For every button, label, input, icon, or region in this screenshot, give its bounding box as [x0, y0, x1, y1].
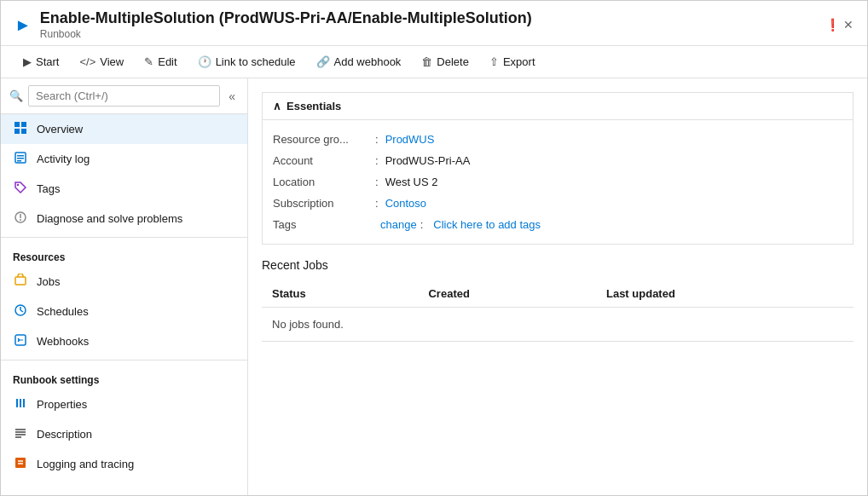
azure-icon: ►	[14, 15, 32, 35]
essentials-label-tags: Tags	[273, 218, 375, 231]
sidebar-item-logging-tracing[interactable]: Logging and tracing	[1, 449, 247, 479]
essentials-value-account: ProdWUS-Pri-AA	[385, 154, 471, 167]
svg-rect-12	[15, 277, 26, 285]
start-icon: ▶	[23, 55, 32, 68]
sidebar-item-jobs[interactable]: Jobs	[1, 267, 247, 297]
page-title: Enable-MultipleSolution (ProdWUS-Pri-AA/…	[40, 9, 532, 27]
view-icon: </>	[79, 55, 95, 68]
sidebar-item-tags[interactable]: Tags	[1, 174, 247, 204]
search-icon: 🔍	[9, 89, 23, 102]
svg-rect-2	[14, 129, 20, 134]
svg-rect-7	[17, 160, 21, 162]
app-container: ► Enable-MultipleSolution (ProdWUS-Pri-A…	[0, 0, 868, 496]
essentials-row-resource-group: Resource gro... : ProdWUS	[273, 129, 842, 150]
webhooks-icon	[13, 333, 28, 349]
sidebar-item-description[interactable]: Description	[1, 419, 247, 449]
sidebar-item-label-logging-tracing: Logging and tracing	[37, 458, 134, 470]
content-area: ∧ Essentials Resource gro... : ProdWUS A…	[248, 78, 867, 495]
sidebar: 🔍 « Overview Activity log	[1, 78, 248, 495]
essentials-row-subscription: Subscription : Contoso	[273, 193, 842, 214]
essentials-row-location: Location : West US 2	[273, 171, 842, 193]
essentials-chevron-icon: ∧	[273, 100, 281, 112]
schedules-icon	[13, 303, 28, 320]
svg-point-8	[17, 184, 19, 186]
svg-rect-19	[23, 399, 25, 407]
essentials-label-resource-group: Resource gro...	[273, 133, 375, 146]
essentials-label-subscription: Subscription	[273, 197, 375, 210]
essentials-tags-change-link[interactable]: change	[380, 218, 417, 231]
header-text: Enable-MultipleSolution (ProdWUS-Pri-AA/…	[40, 9, 532, 40]
view-button[interactable]: </> View	[71, 51, 132, 72]
no-data-message: No jobs found.	[262, 308, 854, 342]
start-button[interactable]: ▶ Start	[14, 51, 67, 72]
sidebar-item-diagnose[interactable]: Diagnose and solve problems	[1, 204, 247, 234]
properties-icon	[13, 396, 28, 412]
table-row-no-data: No jobs found.	[262, 308, 854, 342]
delete-button[interactable]: 🗑 Delete	[413, 51, 477, 72]
pin-icon[interactable]: ❗️ ✕	[825, 18, 854, 32]
essentials-row-tags: Tags change : Click here to add tags	[273, 214, 842, 235]
export-icon: ⇧	[489, 55, 499, 68]
sidebar-item-schedules[interactable]: Schedules	[1, 297, 247, 326]
sidebar-item-label-tags: Tags	[37, 182, 60, 195]
sidebar-item-label-webhooks: Webhooks	[37, 335, 89, 348]
svg-rect-24	[15, 458, 26, 468]
essentials-row-account: Account : ProdWUS-Pri-AA	[273, 150, 842, 171]
svg-rect-18	[20, 399, 21, 407]
sidebar-item-properties[interactable]: Properties	[1, 389, 247, 419]
page-subtitle: Runbook	[40, 28, 532, 40]
header: ► Enable-MultipleSolution (ProdWUS-Pri-A…	[1, 1, 867, 46]
svg-line-15	[20, 310, 23, 312]
essentials-label-location: Location	[273, 176, 375, 188]
sidebar-item-label-jobs: Jobs	[37, 275, 60, 288]
link-to-schedule-button[interactable]: 🕐 Link to schedule	[189, 51, 304, 72]
sidebar-item-label-overview: Overview	[37, 123, 83, 136]
description-icon	[13, 426, 28, 442]
sidebar-item-overview[interactable]: Overview	[1, 114, 247, 144]
divider-1	[1, 237, 247, 238]
add-webhook-button[interactable]: 🔗 Add webhook	[308, 51, 410, 72]
webhook-icon: 🔗	[316, 55, 330, 68]
essentials-add-tags-link[interactable]: Click here to add tags	[433, 218, 541, 231]
essentials-value-subscription[interactable]: Contoso	[385, 197, 426, 210]
svg-rect-1	[21, 122, 26, 127]
activity-log-icon	[13, 151, 28, 167]
toolbar: ▶ Start </> View ✎ Edit 🕐 Link to schedu…	[1, 46, 867, 78]
jobs-table: Status Created Last updated No jobs foun…	[262, 280, 854, 342]
svg-rect-0	[14, 122, 20, 127]
schedule-icon: 🕐	[198, 55, 211, 68]
sidebar-item-label-activity-log: Activity log	[37, 153, 90, 165]
col-last-updated: Last updated	[596, 280, 854, 308]
jobs-icon	[13, 274, 28, 290]
search-bar: 🔍 «	[1, 78, 247, 114]
sidebar-item-webhooks[interactable]: Webhooks	[1, 326, 247, 356]
recent-jobs-title: Recent Jobs	[262, 258, 854, 272]
sidebar-item-label-description: Description	[37, 428, 92, 441]
essentials-title: Essentials	[286, 100, 341, 112]
section-runbook-settings: Runbook settings	[1, 364, 247, 389]
main-layout: 🔍 « Overview Activity log	[1, 78, 867, 495]
svg-point-11	[20, 219, 21, 221]
svg-rect-6	[17, 158, 24, 159]
essentials-value-location: West US 2	[385, 176, 438, 188]
export-button[interactable]: ⇧ Export	[481, 51, 544, 72]
divider-2	[1, 360, 247, 360]
essentials-grid: Resource gro... : ProdWUS Account : Prod…	[263, 120, 853, 244]
svg-rect-5	[17, 155, 24, 157]
sidebar-item-label-properties: Properties	[37, 398, 87, 411]
essentials-section: ∧ Essentials Resource gro... : ProdWUS A…	[262, 92, 854, 245]
essentials-value-resource-group[interactable]: ProdWUS	[385, 133, 435, 146]
search-input[interactable]	[28, 85, 220, 107]
section-resources: Resources	[1, 241, 247, 267]
essentials-header[interactable]: ∧ Essentials	[263, 93, 853, 120]
sidebar-item-activity-log[interactable]: Activity log	[1, 144, 247, 174]
sidebar-nav: Overview Activity log Tags	[1, 114, 247, 495]
collapse-sidebar-button[interactable]: «	[225, 88, 239, 105]
sidebar-item-label-schedules: Schedules	[37, 305, 89, 318]
essentials-label-account: Account	[273, 154, 375, 167]
recent-jobs-section: Recent Jobs Status Created Last updated …	[262, 258, 854, 342]
sidebar-item-label-diagnose: Diagnose and solve problems	[37, 212, 182, 225]
tags-icon	[13, 181, 28, 197]
svg-rect-17	[16, 399, 18, 407]
edit-button[interactable]: ✎ Edit	[136, 51, 185, 72]
